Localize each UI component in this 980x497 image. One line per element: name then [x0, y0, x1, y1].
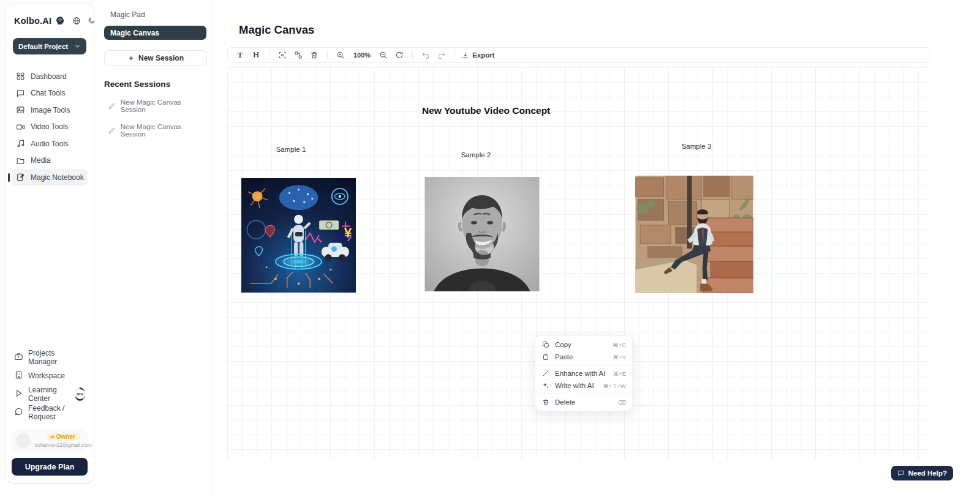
sample-image-2[interactable] [424, 177, 540, 291]
new-session-button[interactable]: New Session [104, 50, 207, 66]
pencil-icon [108, 127, 116, 135]
sidebar-item-feedback-request[interactable]: Feedback / Request [12, 403, 88, 422]
sidebar-item-projects-manager[interactable]: Projects Manager [12, 348, 88, 367]
need-help-button[interactable]: Need Help? [891, 466, 953, 480]
sidebar-item-label: Magic Notebook [31, 173, 84, 182]
sidebar-item-label: Dashboard [31, 72, 67, 81]
panel-item-magic-pad[interactable]: Magic Pad [104, 7, 206, 22]
new-session-label: New Session [138, 54, 184, 62]
sample-image-1[interactable]: ¥ [241, 178, 356, 293]
upgrade-plan-button[interactable]: Upgrade Plan [12, 458, 88, 476]
brand-row: Kolbo.AI [12, 13, 88, 26]
owner-role-badge: Owner [47, 433, 80, 441]
export-label: Export [472, 51, 494, 59]
selection-icon [278, 51, 287, 59]
select-tool-button[interactable] [276, 49, 289, 61]
undo-button[interactable] [419, 49, 432, 61]
crown-icon [50, 434, 55, 439]
sample-image-3[interactable] [635, 176, 753, 293]
sparkles-icon [541, 382, 550, 389]
toolbar-divider [454, 50, 455, 60]
canvas-title-text[interactable]: New Youtube Video Concept [422, 105, 550, 116]
sample-1-label[interactable]: Sample 1 [270, 146, 312, 153]
play-icon [14, 389, 23, 400]
reset-view-button[interactable] [393, 49, 406, 61]
building-icon [14, 370, 23, 381]
toolbar-divider [269, 50, 270, 60]
sidebar-item-label: Video Tools [31, 122, 69, 131]
sidebar-item-workspace[interactable]: Workspace [12, 367, 88, 385]
plus-icon [127, 54, 135, 62]
language-globe-icon[interactable] [72, 17, 81, 25]
paste-clipboard-icon [541, 353, 550, 361]
magic-wand-icon [541, 370, 550, 377]
context-menu-label: Write with AI [555, 382, 598, 389]
context-menu-shortcut: ⌘+V [613, 354, 626, 361]
music-note-icon [15, 139, 25, 148]
user-info: Owner zoharvan12@gmail.com [35, 433, 92, 448]
zoom-level-value: 100% [350, 51, 374, 59]
context-menu-label: Copy [555, 341, 608, 348]
context-menu-divider [535, 394, 632, 394]
context-menu-shortcut: ⌘+E [613, 370, 626, 377]
context-menu-item-delete[interactable]: Delete ⌫ [535, 396, 632, 408]
session-item-label: New Magic Canvas Session [121, 123, 206, 138]
folder-icon [15, 156, 25, 165]
zoom-in-button[interactable] [334, 49, 347, 61]
sample-3-label[interactable]: Sample 3 [675, 143, 718, 150]
project-selector[interactable]: Default Project [13, 38, 86, 54]
sidebar-item-label: Audio Tools [31, 140, 69, 148]
context-menu-item-copy[interactable]: Copy ⌘+C [535, 338, 632, 351]
zoom-in-icon [336, 51, 345, 59]
context-menu-item-enhance-with-ai[interactable]: Enhance with AI ⌘+E [535, 367, 632, 379]
undo-icon [421, 51, 430, 59]
pencil-icon [108, 102, 116, 110]
sidebar-item-audio-tools[interactable]: Audio Tools [12, 135, 88, 152]
redo-button[interactable] [435, 49, 448, 61]
text-tool-button[interactable]: T [233, 49, 247, 61]
brand-head-icon [55, 15, 66, 26]
sample-2-label[interactable]: Sample 2 [454, 151, 497, 159]
context-menu-shortcut: ⌘+⇧+W [603, 383, 626, 389]
zoom-out-icon [379, 51, 388, 59]
sidebar-item-label: Chat Tools [31, 89, 65, 97]
notebook-pen-icon [15, 173, 25, 182]
connector-nodes-icon [294, 51, 303, 59]
export-button[interactable]: Export [461, 51, 494, 59]
dashboard-icon [15, 72, 25, 81]
download-icon [461, 51, 469, 59]
panel-item-magic-canvas[interactable]: Magic Canvas [104, 26, 206, 40]
context-menu-item-write-with-ai[interactable]: Write with AI ⌘+⇧+W [535, 379, 632, 392]
chat-bubble-icon [15, 89, 25, 98]
context-menu-label: Enhance with AI [555, 370, 608, 377]
video-camera-icon [15, 122, 25, 132]
rotate-icon [395, 51, 404, 59]
svg-text:¥: ¥ [344, 225, 352, 241]
session-item-label: New Magic Canvas Session [121, 99, 206, 113]
context-menu-item-paste[interactable]: Paste ⌘+V [535, 351, 632, 363]
sidebar-item-video-tools[interactable]: Video Tools [12, 119, 88, 136]
zoom-out-button[interactable] [377, 49, 390, 61]
toolbar-divider [412, 50, 413, 60]
session-list-item[interactable]: New Magic Canvas Session [104, 123, 206, 138]
sidebar-item-image-tools[interactable]: Image Tools [12, 102, 88, 119]
help-chat-icon [897, 469, 905, 477]
brand-logo: Kolbo.AI [14, 16, 51, 26]
context-menu-divider [535, 365, 632, 365]
sidebar-item-label: Projects Manager [28, 349, 85, 366]
sidebar-item-label: Image Tools [31, 106, 70, 114]
sidebar-item-label: Workspace [28, 372, 65, 380]
sidebar-item-chat-tools[interactable]: Chat Tools [12, 85, 88, 102]
heading-tool-button[interactable]: H [249, 49, 263, 61]
user-account-card[interactable]: Owner zoharvan12@gmail.com [12, 429, 88, 452]
sidebar-bottom: Projects Manager Workspace Learning Cent… [12, 348, 88, 476]
sidebar-item-media[interactable]: Media [12, 152, 88, 170]
context-menu-label: Delete [555, 398, 613, 406]
sidebar-item-dashboard[interactable]: Dashboard [12, 68, 88, 85]
sidebar-item-magic-notebook[interactable]: Magic Notebook [12, 169, 88, 186]
delete-tool-button[interactable] [307, 49, 321, 61]
connector-tool-button[interactable] [292, 49, 305, 61]
sidebar-item-learning-center[interactable]: Learning Center 66% [12, 385, 88, 403]
session-list-item[interactable]: New Magic Canvas Session [104, 99, 206, 113]
redo-icon [437, 51, 446, 59]
